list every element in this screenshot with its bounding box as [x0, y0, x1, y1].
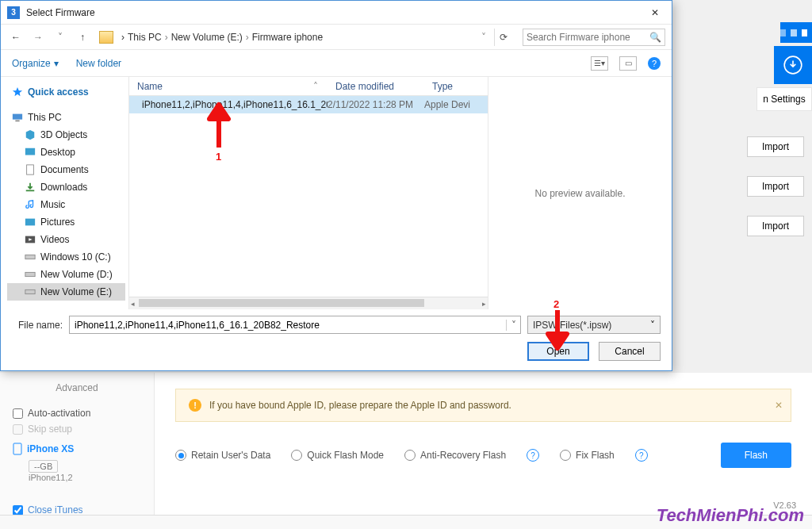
bg-import-button-3[interactable]: Import	[747, 216, 804, 236]
app-lower-panel: Advanced Auto-activation Skip setup iPho…	[0, 373, 812, 515]
preview-pane: No preview available.	[488, 77, 672, 309]
tree-pictures[interactable]: Pictures	[7, 213, 125, 231]
tree-downloads[interactable]: Downloads	[7, 178, 125, 196]
radio-fix-flash[interactable]: Fix Flash	[560, 450, 615, 461]
up-icon[interactable]: ↑	[74, 29, 91, 46]
annotation-arrow-1	[205, 102, 232, 148]
svg-rect-8	[25, 255, 35, 259]
bg-settings-tab[interactable]: n Settings	[756, 87, 812, 111]
advanced-label: Advanced	[13, 382, 141, 393]
close-itunes-checkbox[interactable]: Close iTunes	[13, 504, 141, 516]
recent-dropdown[interactable]: ˅	[52, 29, 69, 46]
organize-menu[interactable]: Organize ▾	[12, 58, 59, 69]
file-dialog: 3 Select Firmware ✕ ← → ˅ ↑ ›This PC› Ne…	[0, 0, 672, 371]
folder-icon	[99, 31, 113, 44]
tree-desktop[interactable]: Desktop	[7, 144, 125, 161]
svg-rect-4	[25, 148, 35, 155]
annotation-arrow-2	[544, 310, 571, 351]
radio-anti-recovery[interactable]: Anti-Recovery Flash	[404, 450, 506, 461]
taskbar	[0, 515, 812, 529]
view-mode-button[interactable]: ☰▾	[591, 56, 608, 71]
svg-rect-1	[13, 443, 21, 454]
version-label: V2.63	[773, 500, 796, 510]
tree-drive-c[interactable]: Windows 10 (C:)	[7, 248, 125, 266]
refresh-icon[interactable]: ⟳	[494, 29, 511, 46]
column-headers[interactable]: Name ˄ Date modified Type	[129, 77, 488, 96]
device-name: iPhone XS	[13, 443, 141, 455]
annotation-number-1: 1	[216, 151, 221, 163]
tree-videos[interactable]: Videos	[7, 231, 125, 248]
search-input[interactable]: 🔍	[523, 29, 665, 46]
bg-import-button-1[interactable]: Import	[747, 136, 804, 157]
bg-window-controls	[780, 22, 812, 43]
flash-button[interactable]: Flash	[721, 443, 791, 468]
app-icon: 3	[7, 6, 20, 19]
tree-music[interactable]: Music	[7, 196, 125, 213]
skip-setup-checkbox[interactable]: Skip setup	[13, 424, 141, 435]
radio-retain-data[interactable]: Retain User's Data	[175, 450, 270, 461]
svg-rect-5	[27, 165, 34, 174]
back-icon[interactable]: ←	[7, 29, 25, 46]
dialog-titlebar: 3 Select Firmware ✕	[1, 1, 672, 25]
svg-rect-3	[15, 121, 19, 122]
app-right-panel: ! If you have bound Apple ID, please pre…	[155, 373, 812, 515]
horizontal-scrollbar[interactable]: ◂▸	[129, 297, 488, 309]
annotation-number-2: 2	[553, 298, 559, 310]
app-left-panel: Advanced Auto-activation Skip setup iPho…	[0, 373, 155, 515]
bg-import-button-2[interactable]: Import	[747, 176, 804, 197]
help-icon-1[interactable]: ?	[527, 449, 539, 462]
close-icon[interactable]: ✕	[645, 2, 665, 23]
file-name-label: File name:	[12, 320, 63, 331]
device-model: iPhone11,2	[29, 473, 141, 482]
file-row[interactable]: iPhone11,2,iPhone11,4,iPhone11,6_16.1_20…	[129, 96, 488, 113]
help-icon-2[interactable]: ?	[635, 449, 648, 462]
auto-activation-checkbox[interactable]: Auto-activation	[13, 408, 141, 419]
tree-drive-e[interactable]: New Volume (E:)	[7, 283, 125, 301]
preview-pane-button[interactable]: ▭	[619, 56, 637, 71]
svg-rect-2	[13, 114, 22, 120]
file-list[interactable]: Name ˄ Date modified Type iPhone11,2,iPh…	[129, 77, 488, 309]
flash-options-row: Retain User's Data Quick Flash Mode Anti…	[175, 443, 791, 468]
file-name-input[interactable]: ˅	[69, 316, 521, 334]
svg-rect-6	[25, 219, 35, 226]
bg-download-icon[interactable]	[774, 46, 812, 84]
dialog-title: Select Firmware	[26, 7, 645, 18]
tree-3d-objects[interactable]: 3D Objects	[7, 126, 125, 144]
tree-documents[interactable]: Documents	[7, 161, 125, 178]
dialog-nav: ← → ˅ ↑ ›This PC› New Volume (E:)› Firmw…	[1, 25, 672, 50]
breadcrumb[interactable]: ›This PC› New Volume (E:)› Firmware ipho…	[121, 32, 486, 43]
nav-tree[interactable]: Quick access This PC 3D Objects Desktop …	[1, 77, 129, 309]
new-folder-button[interactable]: New folder	[76, 58, 121, 69]
forward-icon[interactable]: →	[29, 29, 47, 46]
tree-quick-access[interactable]: Quick access	[7, 83, 125, 101]
chevron-down-icon[interactable]: ˅	[506, 320, 520, 331]
apple-id-banner: ! If you have bound Apple ID, please pre…	[175, 389, 791, 422]
cancel-button[interactable]: Cancel	[599, 342, 661, 361]
svg-rect-10	[25, 289, 35, 293]
tree-drive-d[interactable]: New Volume (D:)	[7, 266, 125, 283]
svg-rect-9	[25, 272, 35, 276]
tree-this-pc[interactable]: This PC	[7, 109, 125, 126]
dialog-toolbar: Organize ▾ New folder ☰▾ ▭ ?	[1, 50, 672, 77]
device-capacity: --GB	[29, 460, 58, 473]
radio-quick-flash[interactable]: Quick Flash Mode	[291, 450, 384, 461]
banner-close-icon[interactable]: ✕	[775, 400, 783, 411]
warning-icon: !	[189, 399, 201, 412]
help-icon[interactable]: ?	[648, 57, 661, 70]
search-icon: 🔍	[649, 32, 661, 43]
